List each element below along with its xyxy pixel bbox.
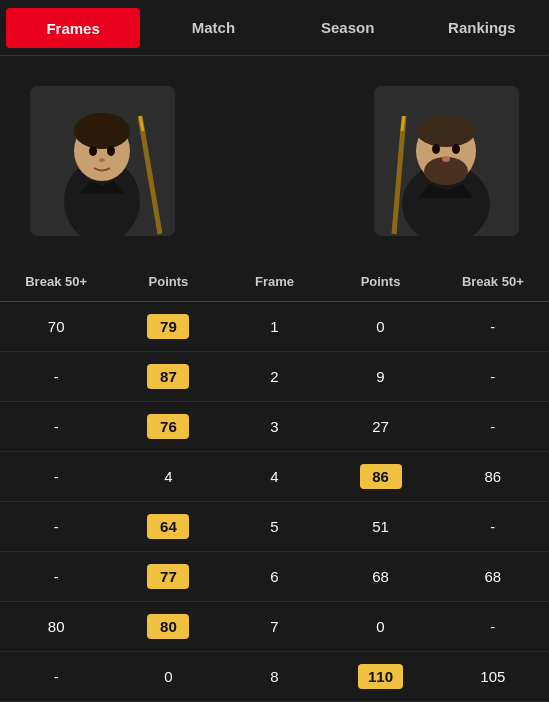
cell-frame: 7 bbox=[225, 602, 325, 652]
cell-break-right: - bbox=[437, 302, 549, 352]
highlight-badge: 76 bbox=[147, 414, 189, 439]
header-break-right: Break 50+ bbox=[437, 266, 549, 302]
cell-break-right: 86 bbox=[437, 452, 549, 502]
cell-points-left: 4 bbox=[112, 452, 224, 502]
svg-point-3 bbox=[74, 113, 130, 149]
highlight-badge: 79 bbox=[147, 314, 189, 339]
cell-points-left: 0 bbox=[112, 652, 224, 702]
players-row bbox=[0, 66, 549, 256]
cell-frame: 1 bbox=[225, 302, 325, 352]
cell-break-right: - bbox=[437, 352, 549, 402]
cell-break-left: - bbox=[0, 452, 112, 502]
cell-break-left: 80 bbox=[0, 602, 112, 652]
cell-points-left: 79 bbox=[112, 302, 224, 352]
header-points-right: Points bbox=[324, 266, 436, 302]
cell-points-left: 87 bbox=[112, 352, 224, 402]
stats-table: Break 50+ Points Frame Points Break 50+ … bbox=[0, 266, 549, 702]
cell-break-left: - bbox=[0, 552, 112, 602]
cell-break-right: - bbox=[437, 602, 549, 652]
tab-match[interactable]: Match bbox=[146, 0, 280, 55]
svg-point-5 bbox=[107, 146, 115, 156]
tab-season[interactable]: Season bbox=[281, 0, 415, 55]
cell-break-left: - bbox=[0, 402, 112, 452]
player-right-avatar bbox=[374, 86, 519, 236]
cell-points-right: 51 bbox=[324, 502, 436, 552]
header-points-left: Points bbox=[112, 266, 224, 302]
cell-break-right: 68 bbox=[437, 552, 549, 602]
header-break-left: Break 50+ bbox=[0, 266, 112, 302]
cell-break-left: 70 bbox=[0, 302, 112, 352]
table-row: -76327- bbox=[0, 402, 549, 452]
cell-frame: 5 bbox=[225, 502, 325, 552]
table-row: -448686 bbox=[0, 452, 549, 502]
highlight-badge: 86 bbox=[360, 464, 402, 489]
svg-point-4 bbox=[89, 146, 97, 156]
table-row: -08110105 bbox=[0, 652, 549, 702]
cell-break-right: - bbox=[437, 402, 549, 452]
cell-points-left: 80 bbox=[112, 602, 224, 652]
cell-break-left: - bbox=[0, 652, 112, 702]
svg-point-6 bbox=[99, 158, 105, 162]
cell-points-right: 68 bbox=[324, 552, 436, 602]
table-row: 808070- bbox=[0, 602, 549, 652]
cell-points-left: 64 bbox=[112, 502, 224, 552]
svg-point-16 bbox=[442, 156, 450, 162]
svg-line-18 bbox=[402, 116, 404, 131]
cell-frame: 3 bbox=[225, 402, 325, 452]
highlight-badge: 87 bbox=[147, 364, 189, 389]
table-row: 707910- bbox=[0, 302, 549, 352]
cell-frame: 2 bbox=[225, 352, 325, 402]
cell-frame: 4 bbox=[225, 452, 325, 502]
cell-points-right: 9 bbox=[324, 352, 436, 402]
table-row: -8729- bbox=[0, 352, 549, 402]
player-left-avatar bbox=[30, 86, 175, 236]
highlight-badge: 80 bbox=[147, 614, 189, 639]
header-frame: Frame bbox=[225, 266, 325, 302]
cell-points-right: 0 bbox=[324, 302, 436, 352]
highlight-badge: 64 bbox=[147, 514, 189, 539]
cell-break-right: - bbox=[437, 502, 549, 552]
tab-bar: Frames Match Season Rankings bbox=[0, 0, 549, 56]
highlight-badge: 110 bbox=[358, 664, 403, 689]
cell-break-left: - bbox=[0, 502, 112, 552]
svg-point-15 bbox=[452, 144, 460, 154]
tab-frames[interactable]: Frames bbox=[6, 8, 140, 48]
cell-frame: 8 bbox=[225, 652, 325, 702]
tab-rankings[interactable]: Rankings bbox=[415, 0, 549, 55]
cell-points-right: 27 bbox=[324, 402, 436, 452]
cell-break-left: - bbox=[0, 352, 112, 402]
table-row: -64551- bbox=[0, 502, 549, 552]
cell-points-right: 110 bbox=[324, 652, 436, 702]
table-row: -7766868 bbox=[0, 552, 549, 602]
svg-point-14 bbox=[432, 144, 440, 154]
highlight-badge: 77 bbox=[147, 564, 189, 589]
cell-points-left: 77 bbox=[112, 552, 224, 602]
svg-point-12 bbox=[416, 115, 476, 147]
cell-break-right: 105 bbox=[437, 652, 549, 702]
cell-frame: 6 bbox=[225, 552, 325, 602]
cell-points-right: 86 bbox=[324, 452, 436, 502]
cell-points-right: 0 bbox=[324, 602, 436, 652]
cell-points-left: 76 bbox=[112, 402, 224, 452]
